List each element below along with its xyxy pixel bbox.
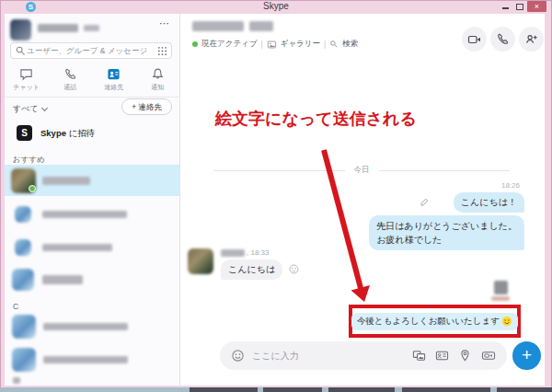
contact-name-blurred xyxy=(42,177,90,185)
contact-card-icon[interactable] xyxy=(435,349,449,363)
contact-avatar xyxy=(15,206,31,223)
add-person-icon xyxy=(524,32,538,46)
invite-label: Skype に招待 xyxy=(40,128,95,140)
tab-calls-label: 通話 xyxy=(63,83,76,92)
add-people-button[interactable] xyxy=(519,27,544,52)
tab-contacts-label: 連絡先 xyxy=(104,83,123,92)
presence-dot xyxy=(192,41,198,47)
contact-name-blurred xyxy=(42,275,83,284)
search-icon xyxy=(15,45,27,57)
message-bubble-outgoing[interactable]: こんにちは！ xyxy=(454,192,524,213)
tab-chats[interactable]: チャット xyxy=(5,65,49,95)
divider-line xyxy=(379,170,511,171)
contacts-filter-dropdown[interactable]: すべて xyxy=(13,103,47,115)
contact-row[interactable] xyxy=(5,233,179,263)
minimize-button[interactable] xyxy=(502,7,509,9)
search-input[interactable] xyxy=(27,46,157,55)
phone-icon xyxy=(63,67,77,81)
audio-call-button[interactable] xyxy=(490,27,515,52)
video-call-button[interactable] xyxy=(462,27,487,52)
emoji-picker-icon[interactable] xyxy=(231,349,245,363)
sidebar-tabs: チャット 通話 連絡先 xyxy=(5,65,179,95)
timestamp-partial-blurred xyxy=(491,296,510,301)
overflow-menu-button[interactable]: ⋯ xyxy=(159,17,170,29)
section-header-partial xyxy=(13,377,20,384)
video-message-icon[interactable] xyxy=(481,349,496,363)
contact-name-blurred xyxy=(42,244,112,251)
smiling-face-emoji xyxy=(501,316,512,327)
tab-calls[interactable]: 通話 xyxy=(49,65,93,95)
invite-row[interactable]: S Skype に招待 xyxy=(5,124,179,146)
presence-dot xyxy=(29,185,36,192)
search-box[interactable] xyxy=(10,42,172,59)
location-icon[interactable] xyxy=(458,349,472,363)
chat-bubble-icon xyxy=(19,67,33,81)
taskbar-sliver xyxy=(0,387,552,392)
filter-label: すべて xyxy=(13,103,39,115)
window-title: Skype xyxy=(0,1,552,11)
filter-row: すべて + 連絡先 xyxy=(5,100,179,119)
read-receipt-avatar xyxy=(494,281,508,294)
video-camera-icon xyxy=(467,32,482,47)
gallery-icon xyxy=(267,40,277,50)
input-action-icons xyxy=(412,349,496,363)
message-input[interactable] xyxy=(252,351,405,361)
profile-avatar[interactable] xyxy=(10,19,31,40)
contact-avatar xyxy=(12,269,34,291)
tab-chats-label: チャット xyxy=(13,83,40,92)
chat-header-meta: 現在アクティブ | ギャラリー | 検索 xyxy=(192,39,358,50)
close-button[interactable]: × xyxy=(527,1,546,12)
annotation-highlight-box: 今後ともよろしくお願いいたします xyxy=(349,305,521,338)
section-header-c: C xyxy=(13,302,18,311)
send-plus-button[interactable]: + xyxy=(512,341,541,370)
chat-contact-name-blurred xyxy=(192,21,244,31)
skype-window: S Skype × ⋯ xyxy=(0,0,552,392)
contact-row[interactable] xyxy=(5,265,179,295)
maximize-button[interactable] xyxy=(516,4,523,10)
phone-icon xyxy=(496,32,510,46)
message-timestamp: , 18:33 xyxy=(247,248,269,257)
reaction-smiley-button[interactable] xyxy=(288,263,300,275)
add-contact-button[interactable]: + 連絡先 xyxy=(121,98,172,115)
date-divider-label: 今日 xyxy=(354,165,370,176)
search-icon xyxy=(329,40,339,49)
annotation-text: 絵文字になって送信される xyxy=(215,108,417,130)
message-bubble-outgoing[interactable]: 今後ともよろしくお願いいたします xyxy=(351,313,518,330)
message-timestamp: 18:26 xyxy=(501,181,520,190)
message-bubble-incoming[interactable]: こんにちは xyxy=(221,259,282,280)
incoming-meta: , 18:33 xyxy=(221,248,269,257)
sidebar-divider xyxy=(5,97,179,98)
media-gallery-icon[interactable] xyxy=(412,349,426,363)
tab-notifications[interactable]: 通知 xyxy=(136,65,180,95)
contact-row[interactable] xyxy=(5,311,179,342)
sender-avatar xyxy=(188,248,213,274)
message-bubble-outgoing[interactable]: 先日はありがとうございました。 お疲れ様でした xyxy=(369,215,524,250)
contact-row[interactable] xyxy=(5,344,179,375)
contact-name-blurred xyxy=(43,323,128,330)
search-in-chat-button[interactable]: 検索 xyxy=(342,39,358,50)
contact-name-blurred xyxy=(42,211,127,218)
gallery-button[interactable]: ギャラリー xyxy=(281,39,320,50)
chevron-down-icon xyxy=(41,105,48,111)
edit-pencil-icon[interactable] xyxy=(419,197,430,208)
separator: | xyxy=(324,40,326,49)
skype-badge-icon: S xyxy=(17,125,32,141)
contact-row[interactable] xyxy=(5,200,179,230)
presence-status: 現在アクティブ xyxy=(201,39,258,50)
app-frame: ⋯ xyxy=(5,14,545,386)
divider-line xyxy=(213,170,345,171)
contact-avatar xyxy=(15,239,31,256)
date-divider: 今日 xyxy=(213,165,510,176)
contacts-icon xyxy=(107,67,121,81)
profile-name-blurred xyxy=(38,24,78,32)
contact-avatar xyxy=(12,348,36,372)
sidebar: ⋯ xyxy=(5,14,180,386)
window-titlebar: S Skype × xyxy=(0,0,552,14)
dialpad-icon[interactable] xyxy=(157,46,167,56)
contact-row-selected[interactable] xyxy=(5,165,179,196)
contact-avatar xyxy=(12,315,36,339)
tab-notifications-label: 通知 xyxy=(151,83,164,92)
invite-rest: に招待 xyxy=(66,128,95,138)
message-input-bar xyxy=(220,341,507,370)
tab-contacts[interactable]: 連絡先 xyxy=(92,65,136,95)
